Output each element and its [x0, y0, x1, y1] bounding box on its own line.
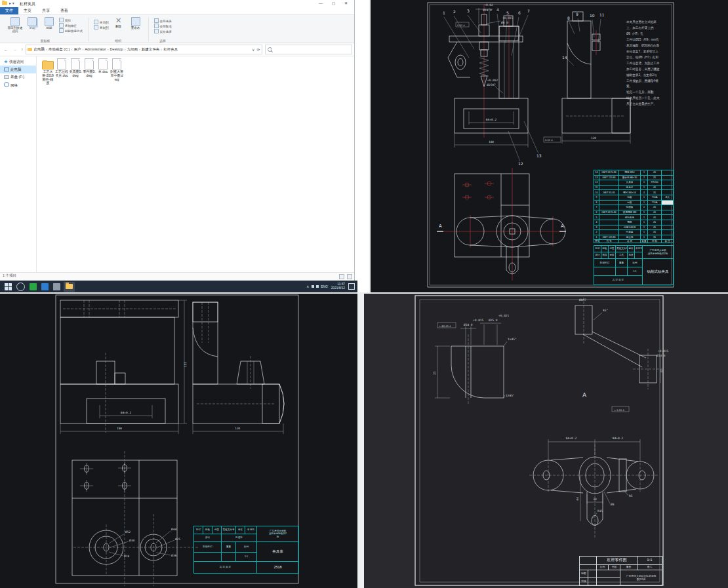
language-indicator[interactable]: ENG	[321, 285, 327, 288]
breadcrumb-item[interactable]: 杠杆夹具	[163, 47, 178, 51]
view-thumbnails-icon[interactable]	[347, 274, 352, 279]
dim-84-right: 84±0.2	[613, 437, 624, 440]
copy-to-button[interactable]: 复制到	[94, 25, 109, 30]
status-bar: 1 个项目	[0, 272, 354, 281]
volume-icon[interactable]	[316, 285, 319, 288]
sidebar-item-label: 此电脑	[10, 68, 22, 71]
ribbon-group-select: 全部选择 全部取消 反向选择 选择	[149, 16, 177, 43]
breadcrumb: 此电脑›本地磁盘 (C:)›用户›Administrator›Desktop›九…	[34, 47, 251, 52]
file-item[interactable]: 工艺大赛-2019附件-精度	[41, 58, 54, 85]
breadcrumb-item[interactable]: 用户	[73, 47, 81, 51]
svg-text:4: 4	[496, 7, 499, 12]
breadcrumb-item[interactable]: 此电脑	[34, 47, 45, 51]
quick-access-toolbar[interactable]: ▸ ▾	[9, 1, 14, 5]
bom-row: 4螺母145	[594, 220, 674, 225]
battery-icon[interactable]	[312, 285, 314, 288]
copy-path-button[interactable]: 复制路径	[59, 23, 83, 28]
select-all-button[interactable]: 全部选择	[154, 18, 172, 24]
back-button[interactable]: ←	[4, 47, 9, 52]
tab-view[interactable]: 查看	[55, 7, 73, 14]
file-item[interactable]: 剖视大赛草中图.dwg	[110, 58, 123, 81]
bom-row: 2分度盘145	[594, 230, 674, 235]
app-icon-blue[interactable]	[41, 283, 49, 290]
bom-header-row: 序号代 号 名 称数量 材 料备 注	[594, 240, 674, 243]
gdt-frame-text: ⊥ Ø0.05 A	[439, 325, 451, 328]
file-label: 工艺过程卡片.doc	[55, 70, 68, 78]
invert-selection-icon	[154, 29, 159, 33]
ribbon-group-clipboard: 固定到快速访问 复制 粘贴 剪切 复制路径 粘贴快捷方式	[3, 16, 88, 43]
note-line: Ø8（H7）孔	[626, 31, 666, 37]
svg-text:11: 11	[599, 12, 605, 17]
section-label-right: A	[561, 224, 564, 229]
screenshot-canvas: ▸ ▾ 杠杆夹具 — ▢ ✕ 文件 主页 共享 查看 固定到快速访问	[0, 0, 728, 588]
breadcrumb-item[interactable]: 九组图	[127, 47, 138, 51]
paste-button[interactable]: 粘贴	[41, 17, 57, 30]
chamfer-note-1: 1x45°	[508, 338, 517, 341]
bom-row: 7钻模板145	[594, 205, 674, 210]
move-to-button[interactable]: 移动到	[94, 20, 109, 25]
note-line: 具适合大批量的生产。	[626, 102, 666, 108]
drawing-name-cell: 钻削式钻夹具	[643, 259, 674, 285]
title-bar: ▸ ▾ 杠杆夹具 — ▢ ✕	[0, 0, 354, 7]
sidebar-item-drive-f[interactable]: 果盘 (F:)	[0, 73, 36, 81]
notification-center-icon[interactable]	[348, 283, 355, 290]
sidebar-item-quick-access[interactable]: 快速访问	[0, 58, 36, 66]
minimize-button[interactable]: —	[319, 1, 327, 5]
sidebar-item-network[interactable]: 网络	[0, 81, 36, 89]
bom-row: 14GB/T 6170-86螺母 M10145	[594, 170, 674, 176]
tray-caret-icon[interactable]: ∧	[306, 284, 309, 288]
breadcrumb-item[interactable]: 本地磁盘 (C:)	[49, 47, 70, 51]
breadcrumb-item[interactable]: 新建文件夹	[142, 47, 160, 51]
file-explorer-taskbar-icon[interactable]	[64, 282, 75, 292]
breadcrumb-separator: ›	[161, 47, 162, 51]
tab-file[interactable]: 文件	[0, 7, 18, 14]
address-dropdown-icon[interactable]: ∨	[252, 47, 254, 52]
drive-icon	[4, 75, 9, 79]
dim-45deg: 45°	[603, 309, 608, 312]
cad-assembly-drawing: 0.02 A +0.02 Ø18 0 +0.015 Ø8 0 +0.002 Ø2…	[371, 0, 728, 292]
file-item[interactable]: 零件图0.dwg	[83, 58, 96, 78]
invert-selection-button[interactable]: 反向选择	[154, 29, 172, 34]
refresh-icon[interactable]: ⟳	[256, 47, 260, 52]
dim-d25: Ø25 0	[489, 319, 498, 322]
file-label: 零件图0.dwg	[83, 70, 96, 78]
breadcrumb-item[interactable]: Administrator	[85, 47, 106, 51]
up-button[interactable]: ↑	[21, 47, 24, 52]
view-details-icon[interactable]	[339, 274, 344, 279]
start-button[interactable]	[5, 283, 12, 290]
app-icon-green[interactable]	[30, 283, 37, 290]
maximize-button[interactable]: ▢	[332, 1, 340, 5]
tab-share[interactable]: 共享	[37, 7, 55, 14]
cortana-icon[interactable]	[16, 283, 25, 291]
file-item[interactable]: 工艺过程卡片.doc	[55, 58, 68, 78]
close-button[interactable]: ✕	[344, 1, 352, 5]
note-line: 加工时变形，采用了螺旋	[626, 67, 666, 73]
bom-row: 6GB/T 6170-86锁紧螺母 M8145	[594, 210, 674, 215]
select-none-button[interactable]: 全部取消	[154, 24, 172, 29]
note-line: 在分度盘T、支承钉11上	[626, 49, 666, 55]
dim-d25: Ø25H7	[487, 83, 496, 87]
delete-icon: ✕	[115, 17, 123, 25]
search-box[interactable]	[265, 45, 353, 54]
delete-button[interactable]: ✕ 删除	[111, 17, 127, 29]
cut-button[interactable]: 剪切	[59, 18, 83, 23]
dim-84-left: 84±0.2	[566, 437, 577, 440]
pin-to-quick-access-button[interactable]: 固定到快速访问	[7, 17, 23, 33]
svg-text:6: 6	[518, 10, 521, 15]
file-item[interactable]: 夹具图0.dwg	[69, 58, 82, 78]
copy-button[interactable]: 复制	[24, 17, 40, 30]
breadcrumb-separator: ›	[82, 47, 83, 51]
school-cell: 广东海洋大学职业技术学院数控2班	[257, 526, 299, 542]
taskbar-clock[interactable]: 11:37 2021/8/12	[331, 283, 345, 290]
file-item[interactable]: 单.doc	[96, 58, 110, 74]
tab-home[interactable]: 主页	[18, 7, 37, 14]
dim-r15: R15	[597, 509, 603, 513]
dim-d8: Ø8 0	[501, 21, 508, 24]
address-bar[interactable]: 此电脑›本地磁盘 (C:)›用户›Administrator›Desktop›九…	[26, 45, 262, 54]
rename-button[interactable]: 重命名	[128, 17, 144, 30]
sidebar-item-this-pc[interactable]: 此电脑	[0, 66, 36, 73]
breadcrumb-item[interactable]: Desktop	[110, 47, 123, 51]
paste-shortcut-button[interactable]: 粘贴快捷方式	[59, 28, 83, 33]
app-icon-gray[interactable]	[53, 283, 60, 290]
forward-button[interactable]: →	[12, 47, 17, 52]
